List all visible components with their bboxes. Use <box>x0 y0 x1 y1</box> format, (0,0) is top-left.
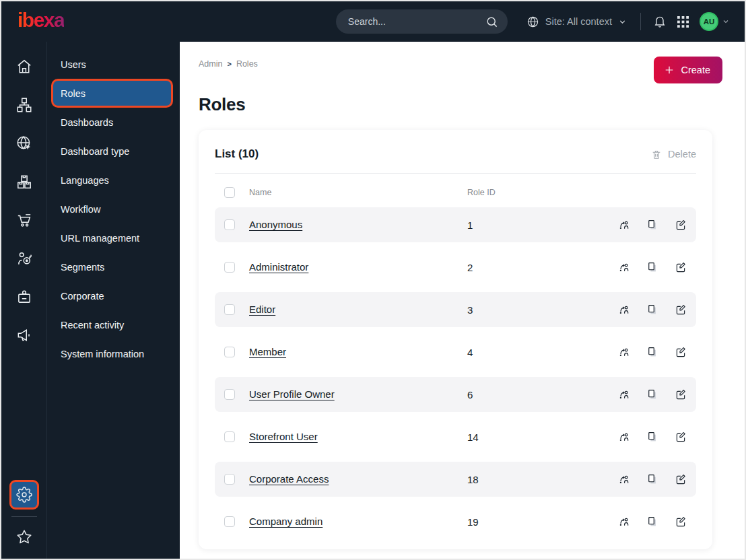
assign-to-user-icon[interactable] <box>618 516 630 528</box>
row-checkbox[interactable] <box>224 347 235 357</box>
copy-icon[interactable] <box>646 261 658 273</box>
ibexa-logo[interactable]: ibexa <box>18 10 64 33</box>
row-checkbox[interactable] <box>224 516 235 527</box>
row-checkbox[interactable] <box>224 431 235 442</box>
search-icon[interactable] <box>485 15 498 28</box>
rail-item-content-tree[interactable] <box>1 85 47 124</box>
edit-icon[interactable] <box>675 431 687 443</box>
globe-icon <box>527 15 539 28</box>
assign-to-user-icon[interactable] <box>618 473 630 485</box>
breadcrumb-roles[interactable]: Roles <box>236 59 258 69</box>
row-checkbox[interactable] <box>224 389 235 400</box>
table-row: Editor 3 <box>215 292 696 327</box>
edit-icon[interactable] <box>675 516 687 528</box>
rail-item-marketing[interactable] <box>1 316 47 354</box>
rail-item-admin-settings[interactable] <box>9 480 39 510</box>
main-nav-rail <box>1 42 47 559</box>
rail-item-corporate[interactable] <box>1 277 47 316</box>
table-row: Member 4 <box>215 335 696 370</box>
edit-icon[interactable] <box>675 261 687 273</box>
user-avatar[interactable]: AU <box>700 12 718 31</box>
role-name-link[interactable]: Company admin <box>249 516 323 527</box>
assign-to-user-icon[interactable] <box>618 219 630 231</box>
copy-icon[interactable] <box>646 473 658 485</box>
app-grid-icon[interactable] <box>677 16 689 28</box>
sidebar-item-label: Recent activity <box>61 320 124 330</box>
role-name-link[interactable]: Corporate Access <box>249 473 329 485</box>
row-checkbox[interactable] <box>224 304 235 315</box>
copy-icon[interactable] <box>646 304 658 316</box>
rail-item-product-catalog[interactable] <box>1 162 47 201</box>
sidebar-item[interactable]: Dashboard type <box>47 137 180 166</box>
sidebar-item-label: System information <box>61 349 144 359</box>
sidebar-item[interactable]: System information <box>47 339 180 368</box>
sidebar-item[interactable]: Dashboards <box>47 108 180 137</box>
role-id-value: 1 <box>467 219 618 231</box>
role-id-value: 14 <box>467 431 618 443</box>
roles-table-body: Anonymous 1 <box>199 207 712 549</box>
edit-icon[interactable] <box>675 304 687 316</box>
role-name-link[interactable]: Anonymous <box>249 219 302 230</box>
notifications-bell-icon[interactable] <box>653 15 667 28</box>
assign-to-user-icon[interactable] <box>618 261 630 273</box>
row-checkbox[interactable] <box>224 474 235 485</box>
row-checkbox[interactable] <box>224 262 235 273</box>
assign-to-user-icon[interactable] <box>618 388 630 400</box>
role-name-link[interactable]: Editor <box>249 304 275 315</box>
site-context-label: Site: All context <box>545 16 612 27</box>
content-tree-icon <box>15 96 33 114</box>
copy-icon[interactable] <box>646 388 658 400</box>
rail-item-bookmarks[interactable] <box>1 522 47 552</box>
global-search[interactable] <box>336 9 508 34</box>
role-name-link[interactable]: Member <box>249 346 286 357</box>
sidebar-item-label: Dashboard type <box>61 146 129 157</box>
rail-item-site[interactable] <box>1 124 47 162</box>
row-checkbox[interactable] <box>224 219 235 230</box>
sidebar-item[interactable]: Segments <box>47 252 180 281</box>
copy-icon[interactable] <box>646 431 658 443</box>
create-button[interactable]: Create <box>654 57 722 83</box>
role-name-link[interactable]: Storefront User <box>249 431 318 442</box>
breadcrumb-admin[interactable]: Admin <box>199 59 222 69</box>
sidebar-item[interactable]: Roles <box>51 79 173 108</box>
edit-icon[interactable] <box>675 219 687 231</box>
column-header-name: Name <box>235 188 467 197</box>
sidebar-item[interactable]: Corporate <box>47 281 180 310</box>
marketing-megaphone-icon <box>15 326 33 344</box>
edit-icon[interactable] <box>675 388 687 400</box>
site-context-selector[interactable]: Site: All context <box>527 15 627 28</box>
role-name-link[interactable]: User Profile Owner <box>249 388 335 400</box>
assign-to-user-icon[interactable] <box>618 304 630 316</box>
breadcrumb-separator: > <box>227 60 231 68</box>
sidebar-item-label: Segments <box>61 262 104 273</box>
copy-icon[interactable] <box>646 219 658 231</box>
user-menu[interactable]: AU <box>700 12 730 31</box>
copy-icon[interactable] <box>646 516 658 528</box>
select-all-checkbox[interactable] <box>224 187 235 198</box>
personalization-target-icon <box>15 250 33 267</box>
table-row: Administrator 2 <box>215 250 696 285</box>
role-id-value: 2 <box>467 262 618 273</box>
edit-icon[interactable] <box>675 473 687 485</box>
rail-item-personalization[interactable] <box>1 239 47 277</box>
breadcrumb: Admin > Roles <box>199 57 258 69</box>
copy-icon[interactable] <box>646 346 658 358</box>
assign-to-user-icon[interactable] <box>618 431 630 443</box>
table-row: Storefront User 14 <box>215 419 696 454</box>
rail-item-home[interactable] <box>1 47 47 85</box>
sidebar-item-label: Roles <box>61 88 86 99</box>
delete-button[interactable]: Delete <box>651 149 696 160</box>
sidebar-item[interactable]: URL management <box>47 223 180 252</box>
sidebar-item[interactable]: Workflow <box>47 195 180 223</box>
role-name-link[interactable]: Administrator <box>249 261 308 273</box>
sidebar-item[interactable]: Users <box>47 50 180 79</box>
search-input[interactable] <box>348 16 485 27</box>
rail-item-commerce[interactable] <box>1 201 47 239</box>
commerce-cart-icon <box>15 211 33 229</box>
assign-to-user-icon[interactable] <box>618 346 630 358</box>
sidebar-item-label: Workflow <box>61 204 100 215</box>
sidebar-item[interactable]: Languages <box>47 166 180 195</box>
edit-icon[interactable] <box>675 346 687 358</box>
sidebar-item-label: Corporate <box>61 291 104 302</box>
sidebar-item[interactable]: Recent activity <box>47 310 180 339</box>
